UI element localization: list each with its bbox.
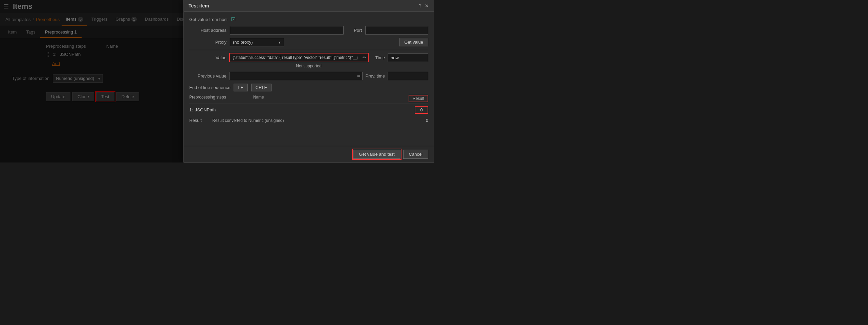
get-value-from-host-row: Get value from host ☑ xyxy=(189,16,428,23)
host-port-row: Host address Port xyxy=(189,26,428,35)
proxy-select[interactable]: (no proxy) xyxy=(230,38,284,46)
value-input[interactable] xyxy=(230,53,368,62)
prev-time-label: Prev. time xyxy=(365,73,385,79)
eol-lf-button[interactable]: LF xyxy=(234,84,247,91)
modal-close-button[interactable]: ✕ xyxy=(425,3,429,8)
modal-step-result: 0 xyxy=(415,106,428,114)
modal-overlay: Test item ? ✕ Get value from host ☑ Host… xyxy=(0,0,434,162)
get-value-checkbox[interactable]: ☑ xyxy=(231,16,236,23)
port-input[interactable] xyxy=(365,26,428,35)
modal-ps-label: Preprocessing steps xyxy=(189,95,226,102)
host-address-label: Host address xyxy=(189,28,226,33)
modal-ps-result-col: Result xyxy=(409,95,428,102)
modal-preprocessing-header: Preprocessing steps Name Result xyxy=(189,95,428,104)
modal-step-number: 1: xyxy=(189,107,193,112)
not-supported-label: Not supported xyxy=(189,64,428,68)
prev-value-label: Previous value xyxy=(189,73,226,79)
modal-ps-name-col: Name xyxy=(253,95,264,102)
eol-row: End of line sequence LF CRLF xyxy=(189,84,428,91)
modal-title: Test item xyxy=(189,3,209,8)
result-value: 0 xyxy=(415,118,428,123)
cancel-button[interactable]: Cancel xyxy=(403,150,428,159)
modal-footer: Get value and test Cancel xyxy=(184,146,434,162)
proxy-label: Proxy xyxy=(189,40,226,45)
value-label: Value xyxy=(189,55,226,60)
modal-header: Test item ? ✕ xyxy=(184,0,434,12)
modal-preprocessing-step-row: 1: JSONPath 0 xyxy=(189,105,428,114)
prev-value-row: Previous value ✏ Prev. time xyxy=(189,72,428,80)
get-value-button[interactable]: Get value xyxy=(399,38,428,46)
value-row: Value ✏ Time xyxy=(189,53,428,62)
eol-label: End of line sequence xyxy=(189,85,230,90)
host-address-input[interactable] xyxy=(230,26,344,35)
eol-crlf-button[interactable]: CRLF xyxy=(251,84,272,91)
modal-header-actions: ? ✕ xyxy=(419,3,429,8)
modal-help-button[interactable]: ? xyxy=(419,3,421,8)
test-item-modal: Test item ? ✕ Get value from host ☑ Host… xyxy=(183,0,434,162)
prev-time-input[interactable] xyxy=(388,72,428,80)
value-input-wrapper: ✏ xyxy=(229,53,369,62)
prev-value-input-wrapper: ✏ xyxy=(229,72,363,80)
proxy-select-wrapper: (no proxy) xyxy=(230,38,284,46)
value-edit-icon[interactable]: ✏ xyxy=(363,55,366,60)
port-label: Port xyxy=(354,28,362,33)
modal-preprocessing-section: Preprocessing steps Name Result 1: JSONP… xyxy=(189,95,428,114)
time-input[interactable] xyxy=(388,53,428,62)
result-row: Result Result converted to Numeric (unsi… xyxy=(189,118,428,123)
modal-step-name: JSONPath xyxy=(195,107,216,112)
time-label: Time xyxy=(371,55,385,60)
prev-value-input[interactable] xyxy=(229,72,363,80)
get-value-label: Get value from host xyxy=(189,17,227,22)
result-label: Result xyxy=(189,118,210,123)
prev-edit-icon[interactable]: ✏ xyxy=(357,74,361,79)
modal-body: Get value from host ☑ Host address Port … xyxy=(184,12,434,146)
get-value-and-test-button[interactable]: Get value and test xyxy=(353,150,400,159)
result-desc: Result converted to Numeric (unsigned) xyxy=(212,118,412,123)
proxy-row: Proxy (no proxy) Get value xyxy=(189,38,428,46)
